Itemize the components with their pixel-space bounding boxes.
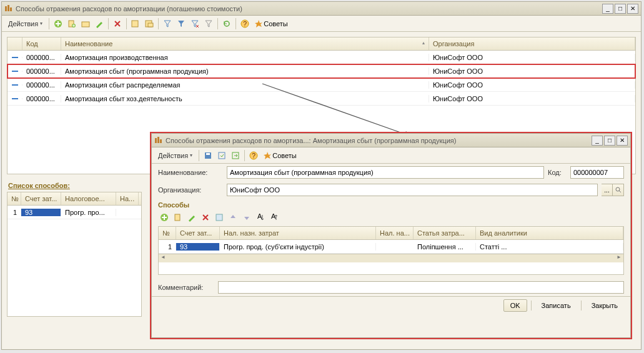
code-field[interactable]: 000000007 bbox=[570, 166, 624, 179]
detail-titlebar: Способы отражения расходов по амортиза..… bbox=[152, 134, 630, 147]
move-down-icon[interactable] bbox=[240, 211, 253, 224]
code-label: Код: bbox=[548, 169, 567, 176]
tips-icon[interactable]: Советы bbox=[252, 17, 290, 30]
svg-rect-16 bbox=[160, 139, 162, 143]
main-title: Способы отражения расходов по амортизаци… bbox=[16, 5, 601, 12]
bottom-grid-body[interactable]: 1 93 Прогр. про... bbox=[7, 206, 141, 219]
bcol-acct[interactable]: Счет зат... bbox=[21, 192, 61, 205]
ok-button[interactable]: OK bbox=[503, 299, 527, 312]
svg-rect-6 bbox=[82, 22, 89, 27]
main-grid-body[interactable]: 000000... Амортизация производственная Ю… bbox=[7, 51, 635, 106]
detail-footer: OK Записать Закрыть bbox=[152, 296, 630, 314]
detail-grid: № Счет зат... Нал. назн. затрат Нал. на.… bbox=[158, 226, 624, 275]
row-add-icon[interactable] bbox=[158, 211, 171, 224]
actions-menu[interactable]: Действия bbox=[4, 17, 46, 30]
bcol-num[interactable]: № bbox=[7, 192, 21, 205]
svg-rect-18 bbox=[206, 153, 210, 155]
org-open-button[interactable] bbox=[613, 184, 624, 196]
sort-asc-icon[interactable]: A bbox=[254, 211, 267, 224]
svg-rect-9 bbox=[148, 23, 153, 27]
scroll-right-icon[interactable]: ► bbox=[615, 254, 623, 263]
move-up-icon[interactable] bbox=[227, 211, 239, 224]
detail-grid-body[interactable]: 1 93 Прогр. прод. (суб'єкти індустрії) П… bbox=[159, 240, 623, 254]
dcol-tax[interactable]: Нал. назн. затрат bbox=[220, 227, 376, 239]
detail-toolbar: Действия ? Советы bbox=[152, 147, 630, 164]
hierarchy-icon[interactable] bbox=[129, 17, 142, 30]
edit-folder-icon[interactable] bbox=[79, 17, 92, 30]
dcol-acct[interactable]: Счет зат... bbox=[176, 227, 220, 239]
org-select-button[interactable]: ... bbox=[602, 184, 613, 196]
main-titlebar: Способы отражения расходов по амортизаци… bbox=[2, 2, 641, 16]
table-row: 000000... Амортизация сбыт распределяема… bbox=[7, 78, 635, 92]
row-end-edit-icon[interactable] bbox=[213, 211, 225, 224]
sort-desc-icon[interactable]: A bbox=[268, 211, 280, 224]
col-code[interactable]: Код bbox=[22, 37, 61, 50]
svg-text:?: ? bbox=[252, 152, 255, 159]
edit-icon[interactable] bbox=[93, 17, 106, 30]
filter1-icon[interactable] bbox=[161, 17, 174, 30]
help-icon[interactable]: ? bbox=[239, 17, 251, 30]
svg-rect-27 bbox=[216, 214, 222, 221]
svg-rect-19 bbox=[219, 152, 225, 159]
save-icon[interactable] bbox=[202, 149, 214, 162]
minimize-button[interactable]: _ bbox=[602, 4, 613, 14]
table-row: 000000... Амортизация производственная Ю… bbox=[7, 51, 635, 64]
comment-field[interactable] bbox=[218, 281, 624, 294]
org-field[interactable]: ЮниСофт ООО bbox=[227, 184, 598, 196]
name-field[interactable]: Амортизация сбыт (программная продукция) bbox=[227, 166, 544, 179]
filter4-icon[interactable] bbox=[202, 17, 215, 30]
goto-icon[interactable] bbox=[229, 149, 242, 162]
bcol-tax[interactable]: Налоговое... bbox=[61, 192, 116, 205]
maximize-button[interactable]: □ bbox=[604, 136, 615, 146]
filter3-icon[interactable] bbox=[189, 17, 201, 30]
bottom-grid: № Счет зат... Налоговое... На... 1 93 Пр… bbox=[7, 192, 142, 317]
svg-rect-14 bbox=[155, 138, 157, 143]
comment-label: Комментарий: bbox=[158, 284, 214, 291]
app-icon bbox=[154, 136, 163, 145]
bcol-more[interactable]: На... bbox=[116, 192, 139, 205]
detail-grid-toolbar: A A bbox=[152, 211, 630, 226]
list-item: 1 93 Прогр. про... bbox=[7, 206, 141, 219]
svg-text:?: ? bbox=[243, 20, 247, 27]
dcol-taxn[interactable]: Нал. на... bbox=[376, 227, 414, 239]
refresh-icon[interactable] bbox=[220, 17, 233, 30]
actions-menu[interactable]: Действия bbox=[154, 149, 196, 162]
delete-mark-icon[interactable] bbox=[111, 17, 124, 30]
add-copy-icon[interactable] bbox=[66, 17, 78, 30]
app-icon bbox=[4, 4, 13, 13]
col-name[interactable]: Наименование ▴ bbox=[61, 37, 429, 50]
close-button[interactable]: ✕ bbox=[627, 4, 638, 14]
dcol-num[interactable]: № bbox=[159, 227, 176, 239]
tips-icon[interactable]: Советы bbox=[261, 149, 299, 162]
scroll-left-icon[interactable]: ◄ bbox=[159, 254, 167, 263]
svg-text:A: A bbox=[271, 213, 276, 220]
main-grid-header: Код Наименование ▴ Организация bbox=[7, 37, 635, 51]
detail-title: Способы отражения расходов по амортиза..… bbox=[166, 137, 590, 144]
row-edit-icon[interactable] bbox=[186, 211, 198, 224]
reread-icon[interactable] bbox=[215, 149, 228, 162]
svg-line-24 bbox=[619, 191, 621, 192]
detail-window: Способы отражения расходов по амортиза..… bbox=[151, 133, 631, 338]
sub-header: Способы bbox=[152, 199, 630, 211]
org-label: Организация: bbox=[158, 186, 223, 194]
filter2-icon[interactable] bbox=[175, 17, 187, 30]
svg-rect-26 bbox=[175, 214, 180, 221]
save-button[interactable]: Записать bbox=[535, 300, 577, 311]
svg-rect-7 bbox=[132, 21, 138, 27]
row-copy-icon[interactable] bbox=[172, 211, 184, 224]
minimize-button[interactable]: _ bbox=[592, 136, 603, 146]
row-delete-icon[interactable] bbox=[199, 211, 212, 224]
table-row: 000000... Амортизация сбыт хоз.деятельно… bbox=[7, 92, 635, 106]
dcol-article[interactable]: Статья затра... bbox=[414, 227, 476, 239]
add-icon[interactable] bbox=[52, 17, 64, 30]
help-icon[interactable]: ? bbox=[247, 149, 260, 162]
close-action-button[interactable]: Закрыть bbox=[585, 300, 624, 311]
svg-rect-2 bbox=[10, 7, 12, 11]
dcol-analytic[interactable]: Вид аналитики bbox=[476, 227, 623, 239]
col-org[interactable]: Организация bbox=[429, 37, 635, 50]
svg-rect-0 bbox=[5, 6, 7, 11]
hierarchy2-icon[interactable] bbox=[143, 17, 156, 30]
table-row: 1 93 Прогр. прод. (суб'єкти індустрії) П… bbox=[159, 240, 623, 254]
maximize-button[interactable]: □ bbox=[615, 4, 626, 14]
close-button[interactable]: ✕ bbox=[617, 136, 628, 146]
